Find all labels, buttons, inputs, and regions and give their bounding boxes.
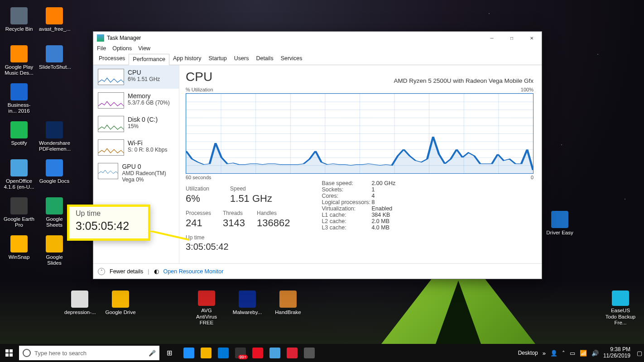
tab-performance[interactable]: Performance [129, 54, 169, 65]
desktop-icon[interactable]: depression-... [63, 288, 96, 326]
taskbar-app[interactable] [197, 344, 215, 362]
taskbar-app[interactable]: 99+ [232, 344, 249, 362]
tab-users[interactable]: Users [231, 53, 253, 65]
desktop-icon[interactable]: Google Slides [38, 233, 71, 271]
desktop-icon[interactable]: SlideToShut... [38, 43, 71, 81]
tab-app-history[interactable]: App history [169, 53, 205, 65]
spec-key: Cores: [322, 193, 371, 199]
desktop-icon-label: WinSnap [9, 254, 30, 260]
minimize-button[interactable]: ─ [482, 32, 502, 44]
desktop-icon[interactable]: Recycle Bin [3, 5, 35, 43]
tab-processes[interactable]: Processes [95, 53, 129, 65]
chevron-up-icon[interactable]: ˄ [562, 350, 565, 357]
spec-value: 384 KB [371, 212, 390, 218]
desktop-icon[interactable]: Google Drive [104, 288, 137, 326]
desktop-icon[interactable]: AVG AntiVirus FREE [190, 288, 223, 326]
desktop-icon-label: Google Play Music Des... [4, 64, 34, 76]
overflow-icon[interactable]: » [543, 350, 546, 357]
spec-key: L2 cache: [322, 218, 371, 224]
desktop-icon[interactable]: HandBrake [272, 288, 304, 326]
chart-label-right: 100% [521, 87, 533, 92]
battery-icon[interactable]: ▭ [570, 350, 575, 357]
taskbar-app[interactable] [249, 344, 266, 362]
taskbar: Type here to search 🎤 ⊞ 99+ Desktop » 👤 … [0, 344, 644, 362]
tab-services[interactable]: Services [277, 53, 306, 65]
taskbar-app[interactable] [215, 344, 232, 362]
tray-time: 9:38 PM [603, 347, 630, 353]
desktop-icon[interactable]: OpenOffice 4.1.6 (en-U... [3, 157, 35, 195]
desktop-icon-label: depression-... [64, 310, 95, 315]
volume-icon[interactable]: 🔊 [591, 350, 599, 357]
menu-options[interactable]: Options [112, 45, 132, 52]
sidebar-item-disk-0-c-[interactable]: Disk 0 (C:)15% [93, 112, 179, 136]
tray-clock[interactable]: 9:38 PM 11/26/2019 [603, 347, 630, 359]
cpu-utilization-chart [186, 93, 533, 174]
desktop-icon-label: Wondershare PDFelemen... [39, 140, 70, 152]
desktop-icon[interactable]: Google Docs [38, 157, 71, 195]
close-button[interactable]: ✕ [522, 32, 542, 44]
notifications-icon[interactable]: ▢ [637, 350, 642, 357]
tray-date: 11/26/2019 [603, 353, 630, 359]
desktop-icon-label: Spotify [11, 140, 27, 146]
callout-value: 3:05:05:42 [76, 219, 142, 233]
uptime-value: 3:05:05:42 [186, 242, 290, 252]
desktop-icon-easeus[interactable]: EaseUS Todo Backup Fre... [604, 288, 637, 326]
tray-desktop-label[interactable]: Desktop [518, 350, 538, 356]
spec-value: 2.00 GHz [371, 180, 395, 186]
spec-value: 4.0 MB [371, 224, 389, 231]
desktop-icon-label: Recycle Bin [5, 26, 33, 32]
sidebar-item-wi-fi[interactable]: Wi-FiS: 0 R: 8.0 Kbps [93, 136, 179, 159]
tab-startup[interactable]: Startup [205, 53, 230, 65]
desktop-icon[interactable]: Wondershare PDFelemen... [38, 119, 71, 157]
stat-value: 1.51 GHz [230, 193, 272, 205]
open-resource-monitor-link[interactable]: Open Resource Monitor [163, 268, 224, 275]
chevron-up-icon[interactable]: ˄ [98, 268, 105, 275]
menu-view[interactable]: View [138, 45, 150, 52]
taskbar-app[interactable] [266, 344, 284, 362]
taskbar-app[interactable] [180, 344, 197, 362]
desktop-icon[interactable]: Malwareby... [231, 288, 264, 326]
sidebar-item-memory[interactable]: Memory5.3/7.6 GB (70%) [93, 89, 179, 112]
wifi-icon[interactable]: 📶 [580, 350, 587, 357]
desktop-icon[interactable]: Google Play Music Des... [3, 43, 35, 81]
spec-key: Base speed: [322, 180, 371, 186]
titlebar[interactable]: Task Manager ─ □ ✕ [93, 32, 542, 44]
menu-bar: FileOptionsView [93, 44, 542, 53]
desktop-icon-label: avast_free_... [39, 26, 70, 32]
system-tray: Desktop » 👤 ˄ ▭ 📶 🔊 9:38 PM 11/26/2019 ▢ [518, 347, 644, 359]
desktop-icon[interactable]: Business-in... 2016 [3, 81, 35, 119]
menu-file[interactable]: File [97, 45, 106, 52]
cortana-icon [23, 349, 31, 357]
desktop-icon[interactable]: Google Sheets [38, 195, 71, 233]
desktop-icon[interactable]: WinSnap [3, 233, 35, 271]
people-icon[interactable]: 👤 [550, 350, 557, 357]
search-placeholder: Type here to search [34, 350, 87, 357]
sidebar-item-gpu-0[interactable]: GPU 0AMD Radeon(TM) Vega 0% [93, 159, 179, 186]
desktop-icon[interactable]: Spotify [3, 119, 35, 157]
spec-value: 2.0 MB [371, 218, 389, 224]
task-view-button[interactable]: ⊞ [160, 344, 178, 362]
desktop-icon-label: Google Slides [39, 254, 70, 266]
taskbar-app[interactable] [301, 344, 318, 362]
sidebar-item-title: GPU 0 [122, 163, 174, 170]
search-box[interactable]: Type here to search 🎤 [19, 346, 159, 360]
desktop-icon[interactable]: avast_free_... [38, 5, 71, 43]
mic-icon[interactable]: 🎤 [149, 350, 156, 357]
desktop-icon-label: Business-in... 2016 [4, 102, 34, 114]
start-button[interactable] [0, 344, 18, 362]
desktop-icon[interactable]: Google Earth Pro [3, 195, 35, 233]
sidebar-item-sub: 15% [128, 123, 158, 129]
maximize-button[interactable]: □ [502, 32, 522, 44]
chart-axis-right: 0 [531, 175, 533, 180]
fewer-details-link[interactable]: Fewer details [110, 268, 143, 275]
desktop-icon-label: Google Drive [105, 310, 135, 315]
tab-details[interactable]: Details [252, 53, 277, 65]
stat-label: Processes [186, 210, 211, 216]
desktop-icon-driver-easy[interactable]: Driver Easy [543, 208, 576, 246]
desktop-icon-label: SlideToShut... [39, 64, 70, 70]
svg-rect-2 [5, 349, 9, 352]
desktop-icon-label: Google Sheets [39, 216, 70, 228]
taskbar-app[interactable] [284, 344, 301, 362]
desktop-icon-label: Google Docs [39, 178, 69, 184]
sidebar-item-cpu[interactable]: CPU6% 1.51 GHz [93, 65, 179, 89]
